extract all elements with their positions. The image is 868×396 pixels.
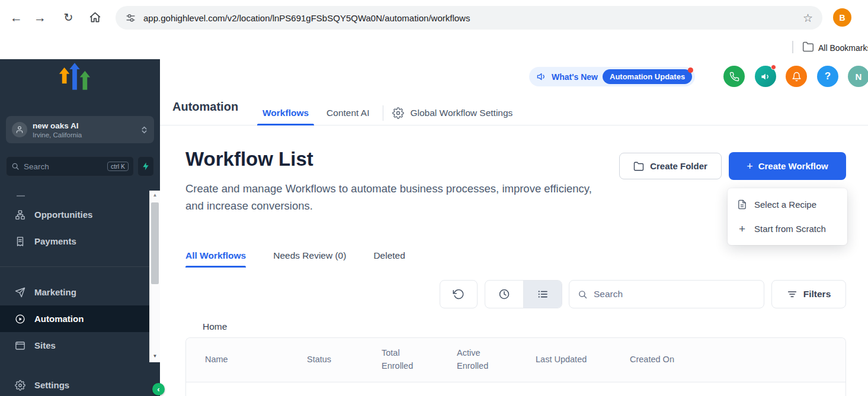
workflow-search[interactable] [569,280,764,308]
address-bar[interactable]: app.gohighlevel.com/v2/location/lnPS691g… [116,6,822,30]
sidebar-item-opportunities[interactable]: Opportunities [0,201,149,228]
automation-icon [15,314,25,324]
global-workflow-settings-link[interactable]: Global Workflow Settings [392,107,513,119]
sidebar-item-automation[interactable]: Automation [0,305,149,332]
create-workflow-button[interactable]: + Create Workflow [729,152,846,180]
whats-new-pill[interactable]: What's New Automation Updates [529,67,695,86]
sidebar-item-label: Sites [34,340,56,350]
gear-icon [392,107,404,119]
sidebar-item-payments[interactable]: Payments [0,228,149,255]
create-folder-button[interactable]: Create Folder [619,153,722,179]
column-header-active-enrolled[interactable]: Active Enrolled [457,347,536,373]
browser-profile-avatar[interactable]: B [833,8,851,27]
notification-dot [688,67,693,73]
bookmarks-bar: All Bookmarks [0,36,868,59]
scrollbar-thumb[interactable] [151,202,159,284]
automation-updates-label: Automation Updates [610,72,685,81]
sidebar-item-label: Settings [34,380,69,390]
page-title: Automation [172,100,238,114]
workflow-search-input[interactable] [594,289,755,300]
page-tabs: Workflows Content AI Global Workflow Set… [257,101,513,125]
search-shortcut-badge: ctrl K [107,162,129,171]
tab-deleted[interactable]: Deleted [373,244,405,268]
sidebar-item-label: Marketing [34,287,76,297]
scrollbar-down-icon[interactable]: ▼ [150,353,160,359]
opportunities-icon [15,210,25,220]
tab-needs-review[interactable]: Needs Review (0) [273,244,346,268]
global-workflow-settings-label: Global Workflow Settings [410,108,513,118]
tab-workflows[interactable]: Workflows [257,101,314,125]
bookmarks-folder-icon[interactable] [802,41,814,53]
browser-home-icon[interactable] [85,8,105,27]
filters-button[interactable]: Filters [771,280,846,308]
tab-all-workflows[interactable]: All Workflows [185,244,246,268]
workflow-list-description: Create and manage Workflows to automate … [185,181,603,214]
location-city: Irvine, California [33,131,82,139]
sidebar-section-divider [17,195,25,197]
create-workflow-label: Create Workflow [758,161,828,171]
sidebar-item-label: Opportunities [34,210,92,220]
plus-icon: + [737,223,747,234]
list-view-toggle[interactable] [523,281,562,308]
notifications-bell-button[interactable] [786,66,807,87]
payments-icon [15,236,25,247]
help-button[interactable]: ? [817,66,838,87]
bookmarks-divider [792,41,793,53]
breadcrumb-home[interactable]: Home [203,321,227,332]
scrollbar-up-icon[interactable]: ▲ [150,192,160,198]
workflow-list-heading: Workflow List [185,148,313,170]
user-avatar[interactable]: N [848,66,868,87]
column-header-total-enrolled[interactable]: Total Enrolled [382,347,457,373]
sidebar: new oaks AI Irvine, California ctrl K [0,59,160,396]
site-info-icon[interactable] [125,12,136,24]
location-switcher[interactable]: new oaks AI Irvine, California [6,116,154,143]
whats-new-label[interactable]: What's New [552,72,598,82]
column-header-name[interactable]: Name [205,353,307,366]
table-header-row: Name Status Total Enrolled Active Enroll… [186,338,845,382]
column-header-status[interactable]: Status [307,353,382,366]
column-header-last-updated[interactable]: Last Updated [536,353,630,366]
sites-icon [15,340,25,351]
filter-icon [787,289,797,300]
all-bookmarks-label[interactable]: All Bookmarks [818,43,868,53]
sidebar-scrollbar[interactable]: ▲ ▼ [149,191,160,362]
menu-item-select-recipe[interactable]: Select a Recipe [728,192,847,217]
announce-icon [537,72,547,82]
location-name: new oaks AI [33,121,82,131]
view-toggle-group [485,280,562,308]
execution-logs-button[interactable] [440,280,478,308]
workflow-filter-tabs: All Workflows Needs Review (0) Deleted [185,244,433,268]
sidebar-collapse-button[interactable]: ‹ [152,383,165,395]
sidebar-menu-divider [0,255,149,279]
search-icon [11,162,20,170]
page-header: What's New Automation Updates ? N Automa… [160,59,868,125]
browser-forward-icon[interactable]: → [30,8,50,27]
automation-updates-badge[interactable]: Automation Updates [603,69,692,84]
sidebar-item-marketing[interactable]: Marketing [0,279,149,305]
sidebar-search-input[interactable] [24,162,103,171]
sidebar-item-sites[interactable]: Sites [0,332,149,359]
menu-item-label: Select a Recipe [754,199,816,210]
chevron-updown-icon [140,125,148,135]
browser-back-icon[interactable]: ← [7,8,26,27]
gear-icon [15,380,25,391]
create-folder-label: Create Folder [650,161,707,171]
filters-label: Filters [803,289,831,300]
menu-item-label: Start from Scratch [754,224,826,234]
phone-button[interactable] [723,66,745,87]
tab-content-ai[interactable]: Content AI [321,101,374,125]
plus-icon: + [747,161,753,172]
recent-activity-toggle[interactable] [485,281,523,308]
bookmark-star-icon[interactable]: ☆ [803,11,813,25]
menu-item-start-from-scratch[interactable]: + Start from Scratch [728,217,847,241]
quick-actions-bolt-icon[interactable] [137,156,154,176]
column-header-created-on[interactable]: Created On [630,353,845,366]
search-icon [578,289,588,300]
sidebar-search[interactable]: ctrl K [6,156,134,176]
sidebar-item-settings[interactable]: Settings [0,372,149,396]
browser-reload-icon[interactable]: ↻ [59,8,78,27]
sidebar-item-label: Automation [34,314,84,324]
sidebar-menu: Opportunities Payments Marketing Automat [0,201,149,359]
screen: ← → ↻ app.gohighlevel.com/v2/location/ln… [0,0,868,396]
recipe-icon [737,199,747,210]
